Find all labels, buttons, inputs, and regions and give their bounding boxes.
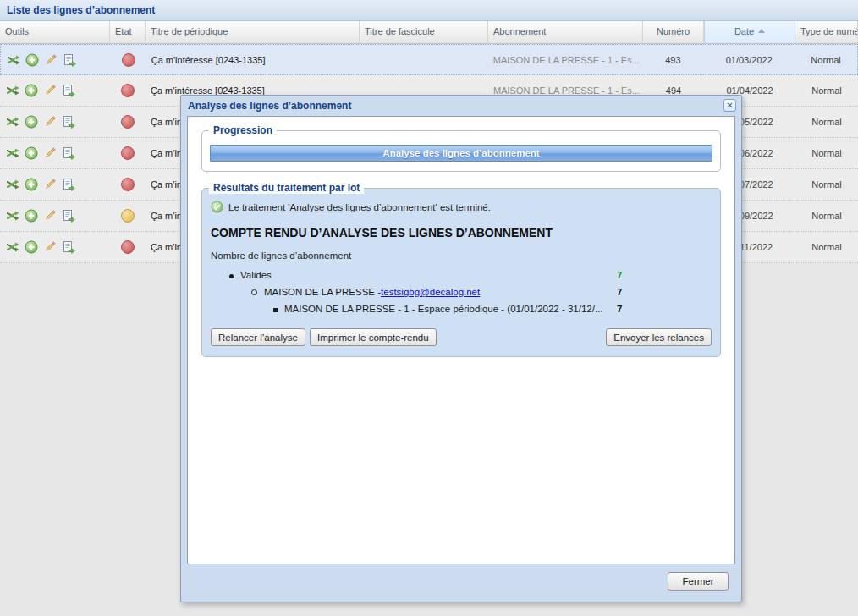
- edit-icon[interactable]: [43, 178, 57, 191]
- envoyer-relances-button[interactable]: Envoyer les relances: [606, 328, 712, 346]
- etat-cell: [110, 201, 146, 231]
- add-icon[interactable]: [25, 146, 38, 160]
- bullet-square-icon: [273, 308, 278, 312]
- result-line-label: MAISON DE LA PRESSE - 1 - Espace périodi…: [284, 304, 603, 314]
- progression-legend: Progression: [209, 124, 277, 136]
- add-icon[interactable]: [25, 240, 38, 254]
- column-header-abonnement[interactable]: Abonnement: [488, 21, 643, 43]
- result-line-value: 7: [617, 287, 712, 297]
- switch-arrows-icon[interactable]: [6, 240, 19, 254]
- etat-cell: [111, 45, 146, 74]
- tools-cell: [0, 107, 110, 137]
- switch-arrows-icon[interactable]: [6, 178, 19, 191]
- progress-bar: Analyse des lignes d’abonnement: [210, 145, 712, 162]
- titre-fascicule-cell: [360, 45, 488, 74]
- type-numerotation-cell: Normal: [795, 45, 857, 74]
- tools-cell: [0, 232, 110, 262]
- column-header-date-label: Date: [734, 26, 754, 36]
- check-circle-icon: [211, 201, 223, 213]
- type-numerotation-cell: Normal: [795, 169, 858, 200]
- column-header-numero[interactable]: Numéro: [643, 21, 704, 43]
- dialog-footer: Fermer: [181, 564, 741, 602]
- imprimer-compte-rendu-button[interactable]: Imprimer le compte-rendu: [310, 328, 437, 346]
- column-header-titre-fascicule[interactable]: Titre de fascicule: [360, 21, 488, 43]
- results-fieldset: Résultats du traitement par lot Le trait…: [201, 188, 721, 357]
- edit-icon[interactable]: [43, 209, 57, 223]
- result-line-label: Valides: [240, 270, 272, 280]
- add-icon[interactable]: [25, 53, 39, 67]
- table-row[interactable]: Ça m'intéresse [0243-1335]MAISON DE LA P…: [0, 44, 858, 75]
- switch-arrows-icon[interactable]: [7, 53, 20, 67]
- edit-icon[interactable]: [44, 53, 58, 67]
- column-header-type-numerotation[interactable]: Type de numé: [795, 21, 858, 43]
- edit-icon[interactable]: [43, 240, 57, 254]
- status-message: Le traitement 'Analyse des lignes d’abon…: [228, 202, 491, 212]
- switch-arrows-icon[interactable]: [6, 115, 19, 129]
- etat-cell: [110, 169, 146, 200]
- tools-cell: [1, 45, 111, 74]
- result-line-valides: Valides 7: [211, 270, 712, 280]
- bullet-circle-icon: [251, 289, 257, 295]
- tools-cell: [0, 169, 110, 200]
- edit-icon[interactable]: [43, 84, 57, 97]
- relancer-analyse-button[interactable]: Relancer l’analyse: [211, 328, 305, 346]
- dialog-titlebar[interactable]: Analyse des lignes d’abonnement ✕: [181, 96, 741, 116]
- column-header-date[interactable]: Date: [704, 21, 795, 43]
- email-link[interactable]: testsigbg@decalog.net: [381, 287, 480, 297]
- add-icon[interactable]: [25, 178, 38, 191]
- bullet-disc-icon: [229, 274, 234, 278]
- export-icon[interactable]: [62, 115, 75, 129]
- status-line: Le traitement 'Analyse des lignes d’abon…: [211, 201, 712, 213]
- status-red-icon: [121, 146, 135, 160]
- titre-periodique-cell: Ça m'intéresse [0243-1335]: [146, 45, 360, 74]
- type-numerotation-cell: Normal: [795, 138, 858, 168]
- status-yellow-icon: [121, 209, 135, 223]
- analysis-dialog: Analyse des lignes d’abonnement ✕ Progre…: [180, 95, 742, 602]
- column-header-titre-periodique[interactable]: Titre de périodique: [146, 21, 360, 43]
- edit-icon[interactable]: [43, 115, 57, 129]
- tools-cell: [0, 75, 110, 106]
- edit-icon[interactable]: [43, 146, 57, 160]
- close-icon[interactable]: ✕: [723, 99, 736, 112]
- result-line-bibliotheque: MAISON DE LA PRESSE - testsigbg@decalog.…: [211, 287, 712, 297]
- results-buttons: Relancer l’analyse Imprimer le compte-re…: [211, 328, 712, 346]
- export-icon[interactable]: [62, 84, 75, 97]
- etat-cell: [110, 232, 146, 262]
- etat-cell: [110, 75, 146, 106]
- abonnement-cell: MAISON DE LA PRESSE - 1 - Es...: [488, 45, 643, 74]
- result-line-label: MAISON DE LA PRESSE -: [264, 287, 381, 297]
- export-icon[interactable]: [62, 178, 75, 191]
- fermer-button[interactable]: Fermer: [668, 572, 729, 591]
- add-icon[interactable]: [25, 115, 38, 129]
- numero-cell: 493: [642, 45, 703, 74]
- tools-cell: [0, 138, 110, 168]
- result-lines: Valides 7 MAISON DE LA PRESSE - testsigb…: [211, 270, 712, 314]
- status-red-icon: [122, 53, 135, 67]
- type-numerotation-cell: Normal: [795, 232, 858, 262]
- switch-arrows-icon[interactable]: [6, 146, 19, 160]
- type-numerotation-cell: Normal: [795, 75, 858, 106]
- export-icon[interactable]: [62, 240, 75, 254]
- export-icon[interactable]: [62, 209, 75, 223]
- column-header-etat[interactable]: Etat: [110, 21, 146, 43]
- count-label: Nombre de lignes d’abonnement: [211, 250, 712, 261]
- switch-arrows-icon[interactable]: [6, 209, 19, 223]
- column-header-outils[interactable]: Outils: [0, 21, 110, 43]
- result-line-abonnement: MAISON DE LA PRESSE - 1 - Espace périodi…: [211, 304, 712, 314]
- etat-cell: [110, 138, 146, 168]
- status-red-icon: [121, 178, 135, 191]
- add-icon[interactable]: [25, 209, 38, 223]
- date-cell: 01/03/2022: [703, 45, 795, 74]
- add-icon[interactable]: [25, 84, 38, 97]
- etat-cell: [110, 107, 146, 137]
- status-red-icon: [121, 115, 135, 129]
- progression-fieldset: Progression Analyse des lignes d’abonnem…: [201, 130, 721, 172]
- page-title: Liste des lignes d’abonnement: [0, 0, 858, 21]
- dialog-content: Progression Analyse des lignes d’abonnem…: [187, 116, 735, 564]
- export-icon[interactable]: [63, 53, 76, 67]
- status-red-icon: [121, 240, 135, 254]
- export-icon[interactable]: [62, 146, 75, 160]
- results-legend: Résultats du traitement par lot: [209, 182, 364, 194]
- sort-ascending-icon: [758, 29, 765, 33]
- switch-arrows-icon[interactable]: [6, 84, 19, 97]
